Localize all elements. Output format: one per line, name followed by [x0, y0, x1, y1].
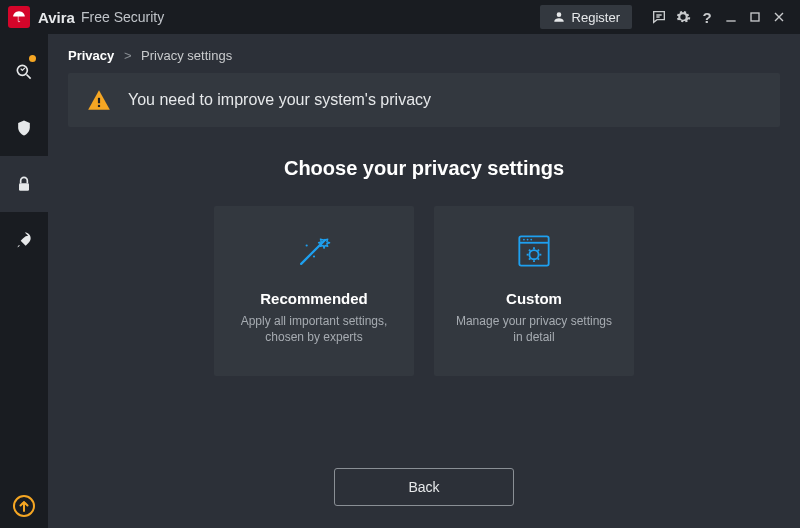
chevron-right-icon: > — [124, 48, 132, 63]
lock-icon — [14, 174, 34, 194]
sidebar-item-status[interactable] — [0, 44, 48, 100]
sidebar-item-performance[interactable] — [0, 212, 48, 268]
settings-button[interactable] — [672, 6, 694, 28]
chat-icon — [651, 9, 667, 25]
wand-icon — [292, 229, 336, 273]
close-icon — [771, 9, 787, 25]
magnifier-icon — [14, 62, 34, 82]
svg-line-24 — [529, 258, 530, 259]
minimize-icon — [723, 9, 739, 25]
content-area: Privacy > Privacy settings You need to i… — [48, 34, 800, 528]
svg-point-15 — [530, 239, 532, 241]
card-custom-desc: Manage your privacy settings in detail — [450, 313, 618, 345]
breadcrumb: Privacy > Privacy settings — [68, 48, 780, 63]
breadcrumb-current: Privacy settings — [141, 48, 232, 63]
svg-point-10 — [313, 255, 315, 257]
alert-dot-icon — [29, 55, 36, 62]
svg-rect-4 — [19, 183, 29, 191]
svg-point-9 — [306, 244, 308, 246]
sidebar-item-security[interactable] — [0, 100, 48, 156]
help-button[interactable]: ? — [696, 6, 718, 28]
sidebar-upgrade-button[interactable] — [0, 484, 48, 528]
user-icon — [552, 10, 566, 24]
sidebar — [0, 34, 48, 528]
privacy-alert: You need to improve your system's privac… — [68, 73, 780, 127]
app-name: Avira — [38, 9, 75, 26]
shield-icon — [14, 118, 34, 138]
back-label: Back — [408, 479, 439, 495]
gear-icon — [675, 9, 691, 25]
svg-point-16 — [529, 250, 538, 259]
svg-line-3 — [27, 75, 31, 79]
options-row: Recommended Apply all important settings… — [68, 206, 780, 376]
register-label: Register — [572, 10, 620, 25]
svg-line-21 — [529, 250, 530, 251]
svg-rect-7 — [98, 105, 100, 107]
title-bar: Avira Free Security Register ? — [0, 0, 800, 34]
warning-icon — [86, 87, 112, 113]
sidebar-item-privacy[interactable] — [0, 156, 48, 212]
svg-rect-1 — [751, 13, 759, 21]
maximize-button[interactable] — [744, 6, 766, 28]
feedback-button[interactable] — [648, 6, 670, 28]
svg-line-22 — [538, 258, 539, 259]
card-recommended-title: Recommended — [260, 290, 368, 307]
svg-rect-6 — [98, 98, 100, 103]
svg-point-13 — [523, 239, 525, 241]
svg-line-23 — [538, 250, 539, 251]
back-button[interactable]: Back — [334, 468, 514, 506]
card-custom[interactable]: Custom Manage your privacy settings in d… — [434, 206, 634, 376]
upgrade-icon — [12, 494, 36, 518]
minimize-button[interactable] — [720, 6, 742, 28]
svg-rect-0 — [726, 20, 735, 21]
card-recommended[interactable]: Recommended Apply all important settings… — [214, 206, 414, 376]
umbrella-icon — [12, 10, 26, 24]
breadcrumb-root[interactable]: Privacy — [68, 48, 114, 63]
alert-message: You need to improve your system's privac… — [128, 91, 431, 109]
close-button[interactable] — [768, 6, 790, 28]
app-subtitle: Free Security — [81, 9, 164, 25]
rocket-icon — [14, 230, 34, 250]
settings-window-icon — [512, 229, 556, 273]
card-recommended-desc: Apply all important settings, chosen by … — [230, 313, 398, 345]
brand-logo — [8, 6, 30, 28]
maximize-icon — [747, 9, 763, 25]
card-custom-title: Custom — [506, 290, 562, 307]
section-title: Choose your privacy settings — [68, 157, 780, 180]
svg-point-14 — [527, 239, 529, 241]
register-button[interactable]: Register — [540, 5, 632, 29]
